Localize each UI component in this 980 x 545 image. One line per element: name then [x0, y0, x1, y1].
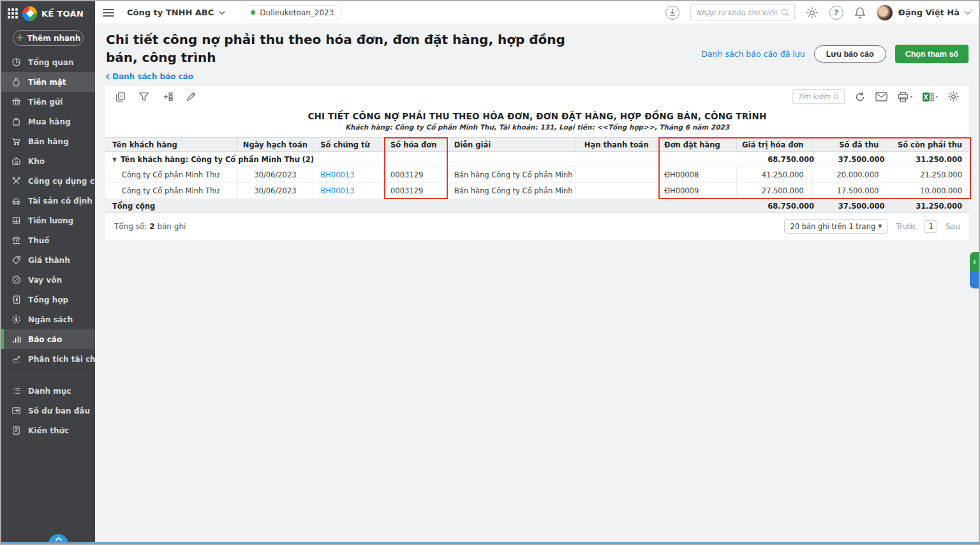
global-search-input[interactable] [696, 8, 777, 17]
sidebar-item-tien-luong[interactable]: Tiền lương [1, 211, 95, 230]
sidebar-divider [10, 375, 86, 375]
sidebar-item-kho[interactable]: Kho [1, 151, 95, 171]
table-settings-gear-icon[interactable] [947, 91, 960, 103]
voucher-link[interactable]: BH00013 [320, 170, 354, 179]
list-icon [11, 386, 22, 396]
save-report-button[interactable]: Lưu báo cáo [814, 45, 886, 63]
app-window: KẾ TOÁN + Thêm nhanh Tổng quan Tiền mặt … [0, 0, 980, 545]
col-header[interactable]: Số đã thu [812, 138, 887, 151]
cart-icon [11, 137, 22, 146]
prev-page-button[interactable]: Trước [896, 222, 916, 231]
side-panel-toggle-blue [970, 272, 979, 288]
cell-remaining: 10.000.000 [886, 183, 969, 198]
chevron-left-icon [106, 73, 110, 80]
menu-toggle-icon[interactable] [103, 9, 114, 17]
print-icon[interactable]: ▾ [897, 91, 912, 103]
tax-icon [11, 235, 22, 245]
collapse-rows-icon[interactable] [115, 91, 126, 103]
cell-customer: Công ty Cổ phần Minh Thư [105, 183, 238, 198]
col-header[interactable]: Diễn giải [447, 138, 577, 151]
sidebar-item-so-du-ban-dau[interactable]: Số dư ban đầu [1, 401, 95, 421]
sidebar-item-danh-muc[interactable]: Danh mục [1, 381, 95, 401]
sidebar-item-tien-gui[interactable]: Tiền gửi [1, 92, 95, 112]
sidebar-item-cong-cu-dung-cu[interactable]: Công cụ dụng cụ [1, 171, 95, 191]
chevron-down-icon [965, 11, 971, 15]
download-icon[interactable] [665, 6, 679, 20]
sidebar-item-mua-hang[interactable]: Mua hàng [1, 112, 95, 131]
col-header[interactable]: Hạn thanh toán [576, 138, 657, 151]
cell-invoice-value: 41.250.000 [737, 167, 812, 183]
col-header[interactable]: Ngày hạch toán [238, 138, 314, 151]
help-icon[interactable]: ? [829, 6, 843, 20]
col-header[interactable]: Đơn đặt hàng [657, 138, 737, 151]
opening-balance-icon [11, 406, 22, 415]
settings-gear-icon[interactable] [806, 6, 819, 19]
main-content: Chi tiết công nợ phải thu theo hóa đơn, … [95, 25, 979, 544]
next-page-button[interactable]: Sau [946, 222, 960, 231]
choose-params-button[interactable]: Chọn tham số [895, 45, 969, 63]
sidebar-item-tong-quan[interactable]: Tổng quan [1, 52, 95, 72]
cell-customer: Công ty Cổ phần Minh Thư [105, 167, 238, 183]
edit-pencil-icon[interactable] [186, 91, 197, 102]
col-header[interactable]: Số chứng từ [313, 138, 383, 151]
sidebar-item-gia-thanh[interactable]: Giá thành [1, 250, 95, 270]
status-dot [251, 10, 255, 15]
export-excel-icon[interactable]: X ▾ [922, 91, 938, 103]
overview-icon [11, 57, 22, 67]
refresh-icon[interactable] [854, 91, 866, 103]
page-size-select[interactable]: 20 bản ghi trên 1 trang ▼ [784, 219, 887, 234]
group-remaining: 31.250.000 [892, 152, 969, 167]
sidebar-item-ban-hang[interactable]: Bán hàng [1, 131, 95, 151]
saved-reports-link[interactable]: Danh sách báo cáo đã lưu [701, 49, 805, 59]
page-header: Chi tiết công nợ phải thu theo hóa đơn, … [95, 25, 979, 81]
knowledge-icon [11, 426, 22, 435]
side-panel-toggle[interactable] [970, 252, 979, 288]
collapse-caret-icon[interactable]: ▼ [112, 156, 117, 163]
user-name: Đặng Việt Hà [898, 8, 960, 17]
chevron-down-icon [219, 11, 225, 15]
table-row[interactable]: Công ty Cổ phần Minh Thư 30/06/2023 BH00… [105, 183, 969, 199]
company-selector[interactable]: Công ty TNHH ABC [127, 8, 225, 17]
col-header[interactable]: Giá trị hóa đơn [737, 138, 812, 151]
total-invoice-value: 68.750.000 [752, 199, 821, 213]
total-label: Tổng cộng [105, 199, 422, 213]
sidebar-item-tong-hop[interactable]: Tổng hợp [1, 290, 95, 310]
sidebar-item-phan-tich-tai-chinh[interactable]: Phân tích tài chính [1, 349, 95, 369]
back-link[interactable]: Danh sách báo cáo [106, 72, 969, 81]
sidebar-item-tien-mat[interactable]: Tiền mặt [1, 72, 95, 92]
col-header[interactable]: Tên khách hàng [105, 138, 238, 151]
sidebar-item-thue[interactable]: Thuế [1, 230, 95, 250]
record-count-label: Tổng số: [114, 222, 147, 231]
warehouse-icon [11, 156, 22, 166]
group-row[interactable]: ▼ Tên khách hàng: Công ty Cổ phần Minh T… [105, 152, 969, 167]
salary-icon [11, 216, 22, 225]
group-invoice-value: 68.750.000 [752, 152, 821, 167]
email-icon[interactable] [875, 92, 887, 101]
database-badge[interactable]: Dulieuketoan_2023 [242, 5, 343, 20]
page-number-input[interactable] [924, 220, 937, 233]
voucher-link[interactable]: BH00013 [320, 186, 354, 195]
cell-invoice-no: 0003129 [383, 167, 447, 183]
app-name: KẾ TOÁN [41, 9, 84, 19]
table-search-input[interactable] [798, 93, 831, 101]
sidebar-item-ngan-sach[interactable]: Ngân sách [1, 310, 95, 329]
user-menu[interactable]: Đặng Việt Hà [877, 4, 971, 21]
page-title: Chi tiết công nợ phải thu theo hóa đơn, … [106, 31, 584, 66]
table-row[interactable]: Công ty Cổ phần Minh Thư 30/06/2023 BH00… [105, 167, 969, 183]
sidebar-item-vay-von[interactable]: Vay vốn [1, 270, 95, 290]
col-header[interactable]: Số còn phải thu [886, 138, 969, 151]
sidebar-item-kien-thuc[interactable]: Kiến thức [1, 421, 95, 440]
filter-icon[interactable] [138, 91, 149, 102]
chevron-down-icon: ▾ [910, 94, 912, 100]
sidebar-item-tai-san-co-dinh[interactable]: Tài sản cố định [1, 191, 95, 211]
quick-add-button[interactable]: + Thêm nhanh [13, 30, 84, 46]
avatar [877, 4, 893, 21]
brand-logo [22, 6, 37, 21]
sidebar-header: KẾ TOÁN [1, 1, 95, 26]
sidebar-item-bao-cao[interactable]: Báo cáo [1, 329, 95, 349]
add-row-icon[interactable] [161, 91, 174, 102]
table-header-row: Tên khách hàng Ngày hạch toán Số chứng t… [105, 137, 969, 152]
app-launcher-icon[interactable] [8, 8, 18, 19]
col-header[interactable]: Số hóa đơn [383, 138, 447, 151]
notification-bell-icon[interactable] [854, 6, 866, 19]
